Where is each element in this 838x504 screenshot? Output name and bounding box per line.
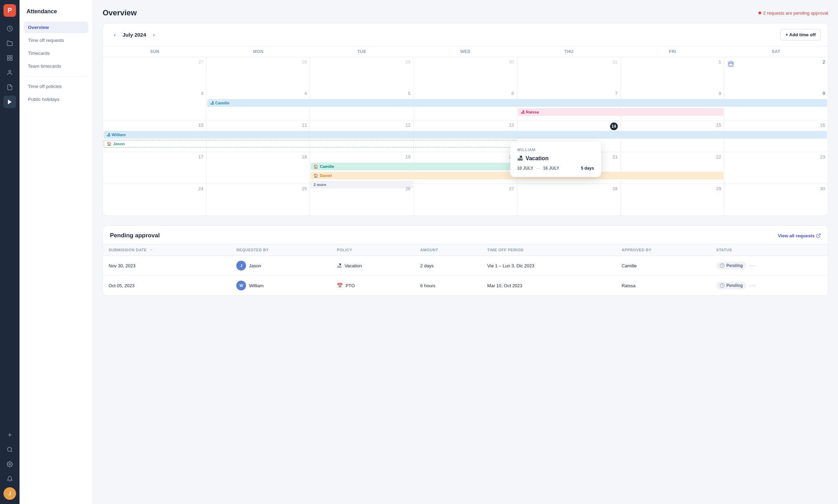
day-jul-13: 13 xyxy=(414,120,517,152)
cell-requested-by-1: J Jason xyxy=(231,256,331,276)
user-avatar-icon[interactable]: J xyxy=(3,487,16,500)
svg-rect-3 xyxy=(10,59,12,60)
search-nav-icon[interactable] xyxy=(3,443,16,456)
tooltip-end-date: 16 JULY xyxy=(543,166,559,171)
svg-rect-4 xyxy=(7,59,9,60)
svg-point-11 xyxy=(9,464,11,465)
day-jul-6: 6 xyxy=(414,89,517,120)
calendar-nav: ‹ July 2024 › + Add time off xyxy=(103,23,828,46)
svg-line-10 xyxy=(11,451,12,452)
cell-time-off-period-1: Vie 1 – Lun 3, Dic 2023 xyxy=(482,256,616,276)
day-jul-18: 18 xyxy=(207,152,310,184)
cell-submission-date-2: Oct 05, 2023 xyxy=(103,276,231,296)
day-jul-24: 24 xyxy=(103,184,207,215)
col-sat: SAT xyxy=(724,46,828,57)
day-jul-16: 16 xyxy=(724,120,828,152)
table-row: Nov 30, 2023 J Jason 🏖 Vacation 2 day xyxy=(103,256,828,276)
week-1: 27 28 29 30 31 1 2 xyxy=(103,57,828,89)
th-amount: AMOUNT xyxy=(415,244,482,256)
pending-table: SUBMISSION DATE REQUESTED BY POLICY AMOU… xyxy=(103,244,828,295)
day-jun-31: 31 xyxy=(517,57,621,89)
calendar-icon-badge xyxy=(727,60,735,69)
day-jun-30: 30 xyxy=(414,57,517,89)
more-options-btn-2[interactable]: ··· xyxy=(749,282,756,289)
th-approved-by: APPROVED BY xyxy=(616,244,711,256)
svg-point-5 xyxy=(9,70,11,72)
status-badge-2: Pending xyxy=(716,282,746,289)
tooltip-popup: WILLIAM 🏖 Vacation 10 JULY → 16 JULY 5 d… xyxy=(510,141,601,177)
document-nav-icon[interactable] xyxy=(3,81,16,94)
add-time-off-button[interactable]: + Add time off xyxy=(780,29,821,40)
day-jul-15: 15 xyxy=(621,120,725,152)
th-requested-by: REQUESTED BY xyxy=(231,244,331,256)
person-nav-icon[interactable] xyxy=(3,66,16,79)
sidebar-divider xyxy=(24,76,88,76)
more-options-btn-1[interactable]: ··· xyxy=(749,262,756,269)
day-jul-27: 27 xyxy=(414,184,517,215)
calendar-grid: SUN MON TUE WED THU FRI SAT 27 28 29 30 … xyxy=(103,46,828,215)
calendar-container: ‹ July 2024 › + Add time off SUN MON TUE… xyxy=(103,23,828,216)
pending-text: 2 requests are pending approval xyxy=(763,10,828,16)
pending-header: Pending approval View all requests xyxy=(103,226,828,244)
day-jul-26: 26 xyxy=(310,184,414,215)
cell-approved-by-1: Camille xyxy=(616,256,711,276)
week-3-days: 10 11 12 13 14 15 16 xyxy=(103,120,828,152)
sidebar-item-time-off-requests[interactable]: Time off requests xyxy=(24,35,88,46)
week-4-days: 17 18 19 20 21 22 23 xyxy=(103,152,828,184)
day-jul-19: 19 xyxy=(310,152,414,184)
page-title: Overview xyxy=(103,8,137,17)
main-header: Overview 2 requests are pending approval xyxy=(103,8,828,17)
status-badge-1: Pending xyxy=(716,262,746,269)
col-mon: MON xyxy=(207,46,310,57)
cell-status-1: Pending ··· xyxy=(711,256,828,276)
gear-nav-icon[interactable] xyxy=(3,458,16,470)
svg-rect-1 xyxy=(7,55,9,57)
week-2-days: 3 4 5 6 7 8 9 xyxy=(103,89,828,120)
sidebar-item-overview[interactable]: Overview xyxy=(24,22,88,33)
day-jun-28: 28 xyxy=(207,57,310,89)
day-jul-7: 7 xyxy=(517,89,621,120)
bell-nav-icon[interactable] xyxy=(3,473,16,485)
cell-approved-by-2: Raissa xyxy=(616,276,711,296)
prev-month-button[interactable]: ‹ xyxy=(110,30,120,40)
day-jul-17: 17 xyxy=(103,152,207,184)
th-submission-date: SUBMISSION DATE xyxy=(103,244,231,256)
week-5: 24 25 26 27 28 29 30 xyxy=(103,184,828,215)
tooltip-type: 🏖 Vacation xyxy=(517,155,594,162)
day-jul-2: 2 xyxy=(724,57,828,89)
calendar-header-row: SUN MON TUE WED THU FRI SAT xyxy=(103,46,828,57)
day-jul-28: 28 xyxy=(517,184,621,215)
day-jul-11: 11 xyxy=(207,120,310,152)
day-jul-8: 8 xyxy=(621,89,725,120)
week-2: 3 4 5 6 7 8 9 🏖 Camille xyxy=(103,89,828,120)
clock-nav-icon[interactable] xyxy=(3,22,16,35)
day-jul-23: 23 xyxy=(724,152,828,184)
cell-requested-by-2: W William xyxy=(231,276,331,296)
plus-nav-icon[interactable] xyxy=(3,429,16,441)
avatar-jason: J xyxy=(236,261,246,270)
sidebar-item-time-off-policies[interactable]: Time off policies xyxy=(24,81,88,92)
view-all-requests-link[interactable]: View all requests xyxy=(778,233,821,238)
add-time-label: + Add time off xyxy=(785,32,816,37)
table-row: Oct 05, 2023 W William 📅 PTO 6 hours xyxy=(103,276,828,296)
col-tue: TUE xyxy=(310,46,414,57)
avatar-william: W xyxy=(236,281,246,290)
play-nav-icon[interactable] xyxy=(3,96,16,108)
icon-bar: P J xyxy=(0,0,20,504)
cell-time-off-period-2: Mar 10, Oct 2023 xyxy=(482,276,616,296)
cell-policy-2: 📅 PTO xyxy=(331,276,415,296)
pending-section: Pending approval View all requests SUBMI… xyxy=(103,225,828,296)
next-month-button[interactable]: › xyxy=(149,30,159,40)
sidebar-item-timecards[interactable]: Timecards xyxy=(24,47,88,59)
svg-line-16 xyxy=(818,234,820,236)
svg-marker-6 xyxy=(8,99,12,104)
chart-nav-icon[interactable] xyxy=(3,52,16,64)
folder-nav-icon[interactable] xyxy=(3,37,16,50)
pending-title: Pending approval xyxy=(110,232,160,239)
sidebar-item-team-timecards[interactable]: Team timecards xyxy=(24,60,88,72)
week-5-days: 24 25 26 27 28 29 30 xyxy=(103,184,828,215)
week-3: 10 11 12 13 14 15 16 🏖 xyxy=(103,120,828,152)
svg-rect-2 xyxy=(10,55,12,57)
day-jul-9: 9 xyxy=(724,89,828,120)
sidebar-item-public-holidays[interactable]: Public holidays xyxy=(24,94,88,105)
